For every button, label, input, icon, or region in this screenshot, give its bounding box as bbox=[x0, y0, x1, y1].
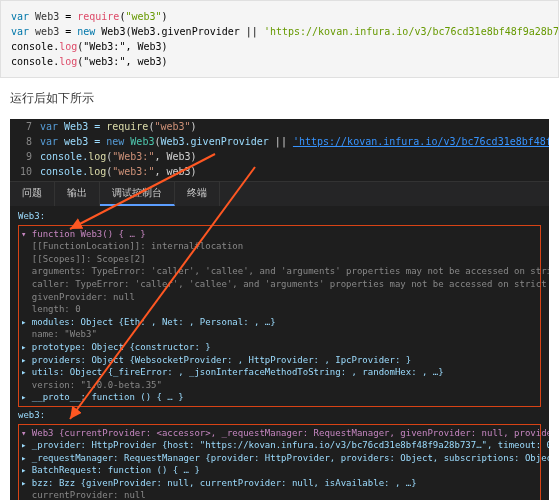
panel-tabs: 问题 输出 调试控制台 终端 bbox=[10, 181, 549, 206]
editor-screenshot: 7var Web3 = require("web3") 8var web3 = … bbox=[10, 119, 549, 500]
kw: var bbox=[11, 11, 29, 22]
line-number: 7 bbox=[10, 119, 40, 134]
code-editor: 7var Web3 = require("web3") 8var web3 = … bbox=[10, 119, 549, 179]
expanded-object-web3-class: ▾ function Web3() { … } [[FunctionLocati… bbox=[18, 225, 541, 407]
tab-problems[interactable]: 问题 bbox=[10, 182, 55, 206]
tab-debug-console[interactable]: 调试控制台 bbox=[100, 182, 175, 206]
tab-terminal[interactable]: 终端 bbox=[175, 182, 220, 206]
source-code-snippet: var Web3 = require("web3") var web3 = ne… bbox=[0, 0, 559, 78]
console-header: web3: bbox=[18, 409, 541, 422]
console-header: Web3: bbox=[18, 210, 541, 223]
expanded-object-web3-instance: ▾ Web3 {currentProvider: <accessor>, _re… bbox=[18, 424, 541, 501]
tab-output[interactable]: 输出 bbox=[55, 182, 100, 206]
caption-text: 运行后如下所示 bbox=[0, 78, 559, 119]
debug-console[interactable]: Web3: ▾ function Web3() { … } [[Function… bbox=[10, 206, 549, 500]
